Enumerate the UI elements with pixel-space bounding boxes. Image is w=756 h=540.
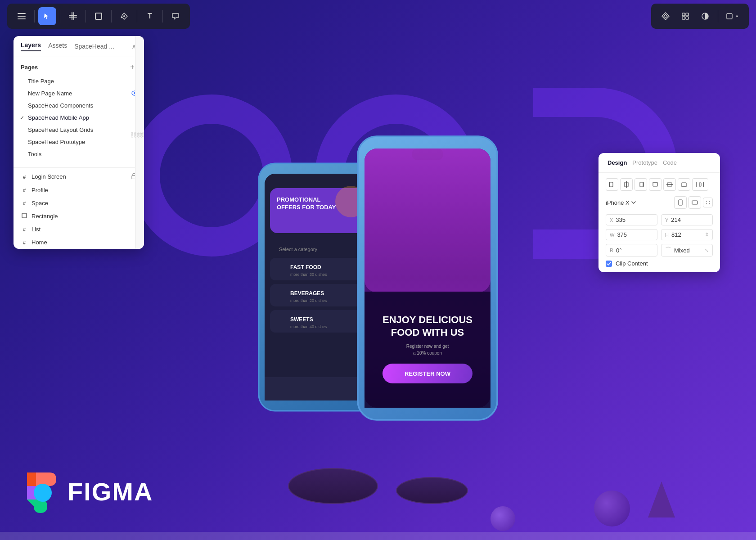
h-expand-icon: ⇕: [705, 232, 709, 238]
device-select[interactable]: iPhone X: [606, 199, 636, 206]
comment-tool-button[interactable]: [166, 7, 184, 25]
layer-label: Home: [32, 239, 47, 246]
component-button[interactable]: [657, 7, 675, 25]
layer-item-space[interactable]: # Space: [14, 197, 144, 210]
y-value: 214: [671, 216, 681, 223]
page-item-spacehead-mobile-app[interactable]: ✓ SpaceHead Mobile App: [14, 112, 144, 124]
layer-label: List: [32, 226, 40, 233]
page-label: SpaceHead Mobile App: [28, 114, 89, 121]
svg-rect-11: [682, 17, 685, 19]
toolbar-separator-5: [137, 10, 137, 22]
y-label: Y: [665, 217, 668, 223]
layer-item-login-screen[interactable]: # Login Screen: [14, 170, 144, 184]
svg-rect-5: [72, 12, 72, 20]
page-item-title-page[interactable]: Title Page: [14, 75, 144, 87]
text-tool-button[interactable]: T: [141, 7, 159, 25]
layer-label: Space: [32, 200, 48, 207]
hamburger-button[interactable]: [13, 7, 31, 25]
align-right-button[interactable]: [634, 178, 647, 191]
contrast-button[interactable]: [696, 7, 714, 25]
svg-rect-34: [679, 200, 682, 205]
page-item-spacehead-prototype[interactable]: SpaceHead Prototype: [14, 136, 144, 148]
toolbar-separator: [34, 10, 35, 22]
align-row: [606, 178, 713, 191]
page-label: Tools: [28, 151, 41, 158]
page-item-tools[interactable]: Tools: [14, 148, 144, 160]
layer-label: Profile: [32, 187, 48, 194]
svg-point-36: [34, 484, 52, 502]
move-tool-button[interactable]: [38, 7, 56, 25]
share-button[interactable]: [722, 7, 743, 25]
panel-divider: [14, 167, 144, 168]
tab-design[interactable]: Design: [606, 158, 629, 167]
grid-button[interactable]: [676, 7, 694, 25]
page-label: New Page Name: [28, 90, 72, 97]
tab-spacehead[interactable]: SpaceHead ...: [74, 43, 114, 50]
ruler: 100 200 300 400 500 600: [135, 36, 144, 249]
corner-field[interactable]: ⌒ Mixed ⤡: [661, 244, 713, 256]
layer-item-rectangle[interactable]: Rectangle: [14, 210, 144, 223]
frame-icon: #: [21, 240, 28, 245]
distribute-button[interactable]: [692, 178, 708, 191]
svg-rect-33: [699, 183, 701, 186]
y-field[interactable]: Y 214: [661, 214, 713, 225]
align-top-button[interactable]: [649, 178, 662, 191]
page-label: SpaceHead Prototype: [28, 139, 85, 145]
pages-title: Pages: [21, 64, 38, 71]
align-bottom-button[interactable]: [678, 178, 690, 191]
h-field[interactable]: H 812 ⇕: [661, 229, 713, 240]
svg-rect-4: [69, 17, 77, 18]
horizontal-ruler: [0, 532, 756, 540]
page-item-new-page-name[interactable]: New Page Name: [14, 87, 144, 99]
toolbar: T: [0, 0, 756, 32]
svg-rect-7: [95, 13, 102, 19]
svg-rect-6: [73, 12, 74, 20]
corner-expand-icon: ⤡: [705, 248, 709, 253]
align-center-v-button[interactable]: [663, 178, 676, 191]
device-name: iPhone X: [606, 199, 630, 206]
figma-icon: [22, 470, 58, 513]
clip-content-row: Clip Content: [606, 260, 713, 267]
toolbar-separator-right: [718, 10, 718, 22]
svg-rect-29: [682, 183, 686, 186]
frame-tool-button[interactable]: [64, 7, 82, 25]
page-item-spacehead-layout-grids[interactable]: SpaceHead Layout Grids: [14, 124, 144, 136]
size-grid: W 375 H 812 ⇕: [606, 229, 713, 240]
portrait-button[interactable]: [674, 196, 687, 209]
align-center-h-button[interactable]: [620, 178, 633, 191]
svg-rect-9: [682, 13, 685, 16]
h-label: H: [665, 232, 669, 238]
pen-tool-button[interactable]: [115, 7, 133, 25]
page-label: SpaceHead Components: [28, 102, 93, 109]
right-panel-tabs: Design Prototype Code: [598, 153, 720, 173]
page-item-spacehead-components[interactable]: SpaceHead Components: [14, 99, 144, 112]
frame-icon: #: [21, 227, 28, 232]
svg-rect-3: [69, 15, 77, 16]
landscape-button[interactable]: [688, 196, 701, 209]
frame-icon: #: [21, 188, 28, 193]
svg-rect-32: [703, 182, 704, 187]
figma-logo: FIGMA: [22, 470, 153, 513]
x-field[interactable]: X 335: [606, 214, 657, 225]
tab-prototype[interactable]: Prototype: [630, 158, 659, 167]
svg-rect-28: [666, 184, 673, 185]
tab-layers[interactable]: Layers: [21, 41, 41, 51]
shape-tool-button[interactable]: [90, 7, 108, 25]
layer-item-profile[interactable]: # Profile: [14, 184, 144, 197]
svg-rect-22: [626, 181, 627, 188]
tab-code[interactable]: Code: [661, 158, 679, 167]
rotation-field[interactable]: R 0°: [606, 244, 657, 256]
resize-icon[interactable]: [703, 198, 713, 207]
toolbar-separator-3: [86, 10, 86, 22]
svg-rect-20: [609, 182, 610, 187]
align-left-button[interactable]: [606, 178, 618, 191]
svg-rect-12: [686, 17, 688, 19]
tab-assets[interactable]: Assets: [48, 42, 67, 51]
layer-label: Login Screen: [32, 173, 66, 180]
w-field[interactable]: W 375: [606, 229, 657, 240]
layer-item-home[interactable]: # Home: [14, 236, 144, 249]
active-page-checkmark: ✓: [20, 115, 24, 121]
layer-item-list[interactable]: # List: [14, 223, 144, 236]
right-panel: Design Prototype Code: [598, 153, 720, 272]
clip-content-checkbox[interactable]: [606, 261, 612, 267]
